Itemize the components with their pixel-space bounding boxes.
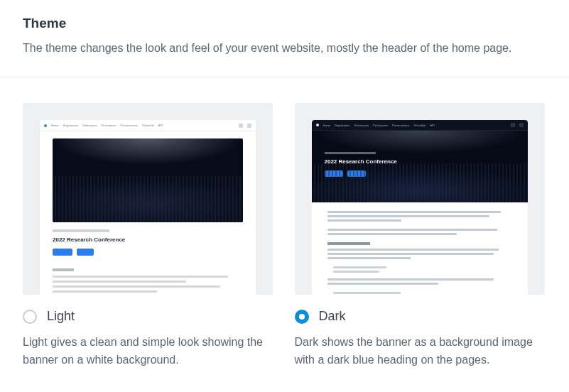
mock-hero: 2022 Research Conference xyxy=(40,131,256,261)
mock-date-line xyxy=(53,229,109,232)
mock-browser-dark: HomeRegistrationSubmissionParticipantsPr… xyxy=(312,120,528,295)
mock-secondary-button xyxy=(77,249,94,256)
nav-action-icon xyxy=(247,124,251,128)
mock-conference-title: 2022 Research Conference xyxy=(53,236,243,243)
mock-conference-title: 2022 Research Conference xyxy=(325,158,397,165)
mock-text-line xyxy=(327,229,497,231)
mock-text-line xyxy=(327,283,438,285)
mock-bullet-line xyxy=(333,292,401,294)
section-description: The theme changes the look and feel of y… xyxy=(23,40,546,57)
mock-secondary-button xyxy=(347,170,366,177)
mock-heading-line xyxy=(53,268,74,271)
mock-text-line xyxy=(327,211,501,213)
mock-body xyxy=(40,261,256,295)
mock-text-line xyxy=(327,233,457,235)
mock-text-line xyxy=(327,219,401,222)
theme-radio-dark[interactable]: Dark xyxy=(295,309,547,324)
mock-subheading xyxy=(327,242,370,245)
mock-text-line xyxy=(53,281,186,283)
mock-body xyxy=(312,202,528,295)
mock-text-line xyxy=(327,253,494,255)
theme-radio-light[interactable]: Light xyxy=(23,309,275,324)
mock-cta-buttons xyxy=(53,249,243,256)
nav-action-icon xyxy=(239,124,243,128)
mock-primary-button xyxy=(53,249,72,256)
section-title: Theme xyxy=(23,16,546,31)
mock-nav: HomeRegistrationSubmissionParticipantsPr… xyxy=(40,120,256,131)
nav-action-icon xyxy=(511,123,515,127)
mock-text-line xyxy=(53,276,228,278)
radio-checked-icon xyxy=(295,310,309,324)
mock-text-line xyxy=(53,290,157,293)
theme-preview-light[interactable]: HomeRegistrationSubmissionParticipantsPr… xyxy=(23,103,273,295)
theme-preview-dark[interactable]: HomeRegistrationSubmissionParticipantsPr… xyxy=(295,103,545,295)
mock-browser-light: HomeRegistrationSubmissionParticipantsPr… xyxy=(40,120,256,295)
mock-cta-buttons xyxy=(325,170,397,177)
theme-description-dark: Dark shows the banner as a background im… xyxy=(295,334,547,369)
mock-nav: HomeRegistrationSubmissionParticipantsPr… xyxy=(312,120,528,131)
theme-option-dark: HomeRegistrationSubmissionParticipantsPr… xyxy=(295,103,547,369)
radio-unchecked-icon xyxy=(23,310,37,324)
mock-text-line xyxy=(327,215,490,217)
nav-action-icon xyxy=(519,123,524,127)
mock-text-line xyxy=(327,257,411,259)
theme-options: HomeRegistrationSubmissionParticipantsPr… xyxy=(0,77,569,386)
mock-banner-image xyxy=(53,138,243,222)
theme-label-dark: Dark xyxy=(319,309,346,324)
theme-description-light: Light gives a clean and simple look show… xyxy=(23,334,275,369)
mock-text-line xyxy=(327,249,499,251)
logo-dot-icon xyxy=(316,124,319,126)
mock-primary-button xyxy=(325,170,343,177)
mock-bullet-line xyxy=(333,271,380,273)
theme-label-light: Light xyxy=(47,309,75,324)
mock-hero: 2022 Research Conference xyxy=(312,131,528,202)
theme-section-header: Theme The theme changes the look and fee… xyxy=(0,0,569,77)
mock-text-line xyxy=(327,278,494,281)
theme-option-light: HomeRegistrationSubmissionParticipantsPr… xyxy=(23,103,275,369)
logo-dot-icon xyxy=(44,124,47,127)
mock-text-line xyxy=(53,285,220,288)
mock-date-line xyxy=(325,152,376,154)
mock-bullet-line xyxy=(333,266,387,268)
